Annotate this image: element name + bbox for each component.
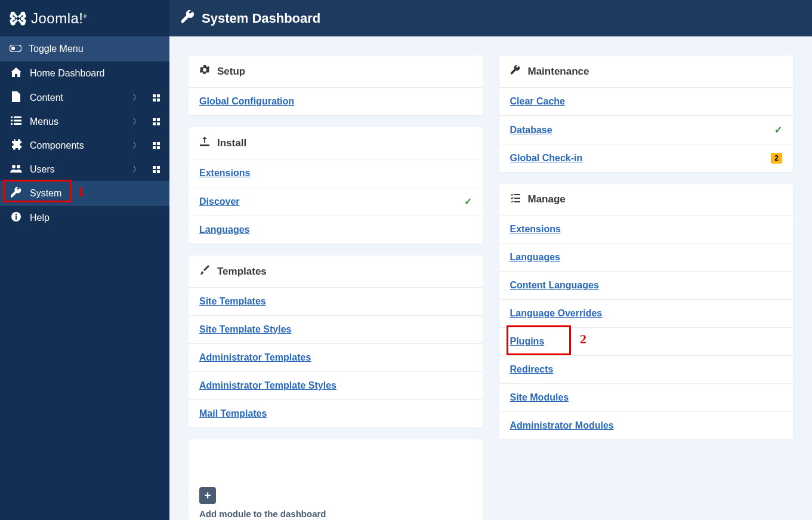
admin-modules-link[interactable]: Administrator Modules [510,420,614,431]
link-row: Administrator Template Styles [189,371,483,399]
sidebar-item-menus[interactable]: Menus 〉 [0,110,169,133]
database-link[interactable]: Database [510,125,552,136]
link-row: Language Overrides [499,299,794,327]
site-template-styles-link[interactable]: Site Template Styles [199,324,291,335]
joomla-logo-icon [10,10,26,27]
sidebar-item-components[interactable]: Components 〉 [0,133,169,158]
list-icon [10,116,23,127]
svg-point-1 [11,47,15,50]
grid-icon[interactable] [153,142,160,149]
link-row: Global Check-in 2 [499,144,794,172]
sidebar-item-system[interactable]: System [0,181,169,206]
svg-point-8 [12,165,16,168]
toggle-menu[interactable]: Toggle Menu [0,36,169,61]
svg-rect-5 [14,120,21,122]
extensions-manage-link[interactable]: Extensions [510,224,561,235]
link-row: Site Modules [499,383,794,411]
panel-title: Templates [217,266,267,278]
link-row: Database ✓ [499,115,794,144]
panel-header: Manage [499,184,794,215]
panel-header: Install [189,127,483,159]
link-row: Extensions [189,159,483,187]
manage-panel: Manage Extensions Languages Content Lang… [499,184,794,439]
discover-link[interactable]: Discover [199,196,240,207]
site-templates-link[interactable]: Site Templates [199,296,266,307]
sidebar-item-users[interactable]: Users 〉 [0,158,169,181]
global-checkin-link[interactable]: Global Check-in [510,153,583,164]
languages-manage-link[interactable]: Languages [510,252,560,263]
plus-icon: + [199,487,216,504]
extensions-install-link[interactable]: Extensions [199,168,250,179]
panel-title: Maintenance [528,66,589,78]
link-row: Redirects [499,355,794,383]
wrench-icon [181,10,194,26]
chevron-right-icon: 〉 [132,164,141,175]
grid-icon[interactable] [153,166,160,173]
right-column: Maintenance Clear Cache Database ✓ Globa… [499,56,794,439]
svg-rect-4 [11,120,13,122]
link-row: Languages [189,216,483,244]
topbar: System Dashboard [169,0,812,36]
sidebar-item-label: Users [30,164,125,175]
templates-panel: Templates Site Templates Site Template S… [189,256,483,427]
brand[interactable]: Joomla!® [0,0,169,36]
panel-title: Manage [528,193,566,205]
content: Setup Global Configuration Install Exten… [169,36,812,520]
mail-templates-link[interactable]: Mail Templates [199,408,267,419]
sidebar-item-label: Menus [30,116,125,127]
info-icon [10,212,23,224]
gear-icon [199,65,210,78]
install-panel: Install Extensions Discover ✓ Languages [189,127,483,244]
global-configuration-link[interactable]: Global Configuration [199,96,294,107]
link-row: Global Configuration [189,87,483,115]
sidebar-item-help[interactable]: Help [0,206,169,230]
admin-templates-link[interactable]: Administrator Templates [199,352,311,363]
sidebar-item-label: Help [30,213,160,223]
sidebar-item-content[interactable]: Content 〉 [0,85,169,110]
list-check-icon [510,193,521,205]
badge-count: 2 [771,153,782,164]
sidebar-item-home-dashboard[interactable]: Home Dashboard [0,61,169,85]
link-row: Administrator Modules [499,411,794,439]
panel-title: Install [217,137,246,149]
panel-header: Maintenance [499,56,794,87]
add-module-card[interactable]: + Add module to the dashboard [189,439,483,520]
plugins-link[interactable]: Plugins [510,336,545,347]
svg-point-9 [17,165,20,168]
grid-icon[interactable] [153,94,160,101]
link-row: Plugins [499,327,794,355]
sidebar-item-label: Content [30,93,125,103]
link-row: Extensions [499,215,794,243]
home-icon [10,67,23,79]
admin-template-styles-link[interactable]: Administrator Template Styles [199,380,336,391]
svg-rect-11 [16,214,17,215]
toggle-label: Toggle Menu [29,44,84,54]
link-row: Administrator Templates [189,343,483,371]
link-row: Content Languages [499,271,794,299]
panel-header: Setup [189,56,483,87]
panel-title: Setup [217,66,245,78]
check-icon: ✓ [774,124,782,136]
site-modules-link[interactable]: Site Modules [510,392,569,403]
puzzle-icon [10,139,23,152]
svg-rect-3 [14,116,21,118]
chevron-right-icon: 〉 [132,140,141,151]
toggle-icon [10,44,21,54]
upload-icon [199,137,210,149]
content-languages-link[interactable]: Content Languages [510,280,599,291]
redirects-link[interactable]: Redirects [510,364,554,375]
grid-icon[interactable] [153,118,160,125]
left-column: Setup Global Configuration Install Exten… [189,56,483,520]
page-title: System Dashboard [202,11,320,26]
chevron-right-icon: 〉 [132,116,141,127]
language-overrides-link[interactable]: Language Overrides [510,308,603,319]
clear-cache-link[interactable]: Clear Cache [510,96,566,107]
svg-rect-12 [16,216,17,220]
sidebar-item-label: Home Dashboard [30,68,160,79]
languages-install-link[interactable]: Languages [199,224,249,235]
svg-rect-6 [11,123,13,125]
check-icon: ✓ [464,196,472,207]
file-icon [10,91,23,104]
sidebar-item-label: Components [30,140,125,151]
link-row: Site Templates [189,287,483,315]
